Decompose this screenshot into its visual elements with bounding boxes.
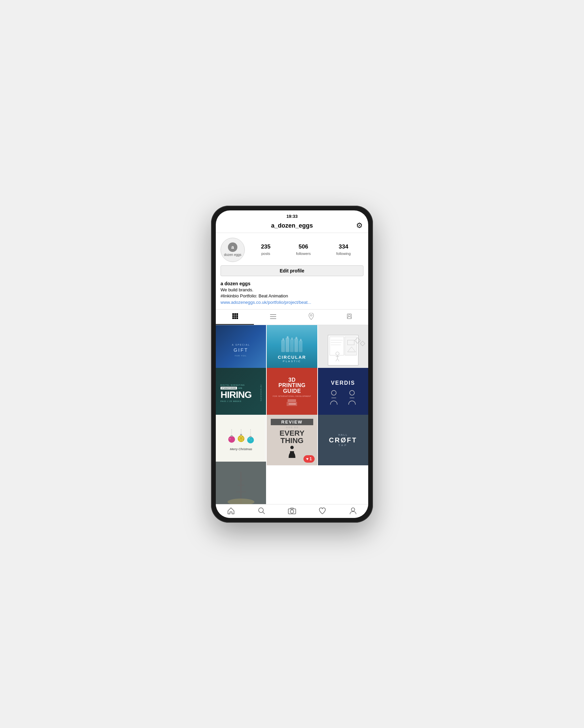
svg-rect-7 xyxy=(234,317,236,319)
svg-rect-32 xyxy=(289,403,295,405)
stat-following[interactable]: 334 following xyxy=(336,243,351,256)
tab-grid[interactable] xyxy=(216,310,254,325)
cell6-illustration xyxy=(329,389,357,406)
svg-rect-16 xyxy=(329,337,344,356)
svg-point-34 xyxy=(331,390,336,395)
svg-point-51 xyxy=(247,437,254,443)
avatar[interactable]: a dozen eggs xyxy=(220,238,245,262)
svg-rect-9 xyxy=(270,314,276,315)
edit-profile-row: Edit profile xyxy=(216,265,368,280)
cell4-interns: INTERNSHIPS xyxy=(260,385,262,401)
svg-rect-2 xyxy=(236,313,238,315)
svg-line-65 xyxy=(263,512,265,514)
svg-rect-68 xyxy=(291,508,293,509)
phone-screen: 19:33 a_dozen_eggs ⚙ a dozen eggs 235 po… xyxy=(216,210,368,518)
cell7-ornaments xyxy=(228,429,254,446)
cell2-title: CIRCULAR xyxy=(278,355,306,360)
svg-point-53 xyxy=(250,439,251,440)
svg-point-13 xyxy=(348,315,350,317)
cell10-image xyxy=(216,462,266,504)
nav-home[interactable] xyxy=(216,507,246,515)
status-bar: 19:33 xyxy=(216,210,368,220)
stat-posts: 235 posts xyxy=(261,243,270,256)
profile-header: a_dozen_eggs ⚙ xyxy=(216,220,368,233)
bio-line1: We build brands. xyxy=(220,287,364,293)
grid-cell-8[interactable]: REVIEW ☆☆☆ ☆☆ EVERY THING ♥ xyxy=(267,415,317,465)
location-icon xyxy=(309,313,314,321)
cell8-figure xyxy=(287,446,297,459)
cell4-hiring: HIRING xyxy=(220,390,251,399)
cell5-icon xyxy=(286,399,298,409)
grid-cell-10[interactable] xyxy=(216,462,266,504)
svg-point-40 xyxy=(229,438,231,439)
posts-grid: A SPECIAL GIFT FOR YOU. xyxy=(216,325,368,504)
svg-point-44 xyxy=(240,436,241,437)
grid-cell-4[interactable]: DIGITAL MARKETING STUDENTCROWD ARE HIRIN… xyxy=(216,368,266,418)
posts-label: posts xyxy=(261,252,270,256)
heart-count: 1 xyxy=(310,457,312,461)
svg-rect-30 xyxy=(288,399,296,402)
status-time: 19:33 xyxy=(286,214,297,219)
edit-profile-button[interactable]: Edit profile xyxy=(220,265,364,276)
settings-icon[interactable]: ⚙ xyxy=(356,221,363,230)
cell8-review: REVIEW xyxy=(271,419,313,425)
svg-rect-4 xyxy=(234,315,236,317)
grid-cell-5[interactable]: 3DPRINTINGGUIDE FOR INTERNATIONAL DEVELO… xyxy=(267,368,317,418)
grid-icon xyxy=(232,313,238,321)
cell6-title: VERDIS xyxy=(331,380,355,386)
posts-count: 235 xyxy=(261,243,270,250)
svg-point-48 xyxy=(239,437,240,438)
cell9-tap: TAP xyxy=(339,444,348,447)
grid-cell-7[interactable]: Merry Christmas xyxy=(216,415,266,465)
svg-point-47 xyxy=(239,439,240,440)
svg-point-33 xyxy=(295,403,296,405)
cell8-thing: THING xyxy=(281,437,303,444)
bio-display-name: a dozen eggs xyxy=(220,281,364,286)
svg-point-67 xyxy=(290,510,294,513)
svg-rect-8 xyxy=(236,317,238,319)
svg-point-46 xyxy=(241,439,242,440)
tab-location[interactable] xyxy=(292,310,330,325)
svg-point-45 xyxy=(242,437,243,438)
heart-notification-badge: ♥ 1 xyxy=(303,455,315,463)
tab-list[interactable] xyxy=(254,310,292,325)
svg-point-69 xyxy=(351,508,355,511)
avatar-letter: a xyxy=(228,242,237,252)
cell5-title: 3DPRINTINGGUIDE xyxy=(278,377,306,394)
cell4-badge: STUDENTCROWD xyxy=(220,387,237,389)
nav-search[interactable] xyxy=(246,507,276,515)
cell4-are: ARE xyxy=(238,387,242,389)
grid-cell-9[interactable]: HALL CRØFT TAP xyxy=(318,415,368,465)
cell5-sub: FOR INTERNATIONAL DEVELOPMENT xyxy=(273,395,311,397)
bio-link[interactable]: www.adozeneggs.co.uk/portfolio/project/b… xyxy=(220,300,311,305)
bio-area: a dozen eggs We build brands. #linkinbio… xyxy=(216,280,368,309)
svg-rect-3 xyxy=(232,315,234,317)
cell4-top: DIGITAL MARKETING xyxy=(220,384,245,386)
cell4-paid: PAID // 25 WEEKS xyxy=(220,400,241,402)
tab-tagged[interactable] xyxy=(330,310,368,325)
tagged-icon xyxy=(347,313,352,321)
svg-rect-0 xyxy=(232,313,234,315)
followers-label: followers xyxy=(296,252,311,256)
profile-username: a_dozen_eggs xyxy=(271,222,313,229)
cell9-hall: HALL xyxy=(338,433,348,436)
following-label: following xyxy=(336,252,351,256)
nav-camera[interactable] xyxy=(277,507,307,515)
cell1-sub: FOR YOU. xyxy=(232,355,250,357)
grid-cell-6[interactable]: VERDIS xyxy=(318,368,368,418)
svg-rect-1 xyxy=(234,313,236,315)
cell7-caption: Merry Christmas xyxy=(230,447,252,451)
svg-rect-54 xyxy=(249,436,251,437)
cell8-every: EVERY xyxy=(280,430,304,437)
stat-followers[interactable]: 506 followers xyxy=(296,243,311,256)
bio-line2: #linkinbio Portfolio: Beat Animation xyxy=(220,293,364,299)
nav-profile[interactable] xyxy=(338,507,368,515)
cell1-gift: GIFT xyxy=(232,347,250,353)
svg-rect-17 xyxy=(345,337,356,356)
nav-activity[interactable] xyxy=(307,507,338,515)
followers-count: 506 xyxy=(296,243,311,250)
phone-device: 19:33 a_dozen_eggs ⚙ a dozen eggs 235 po… xyxy=(211,206,373,523)
cell9-croft: CRØFT xyxy=(329,436,357,444)
svg-rect-41 xyxy=(231,435,233,437)
svg-rect-11 xyxy=(270,318,276,319)
